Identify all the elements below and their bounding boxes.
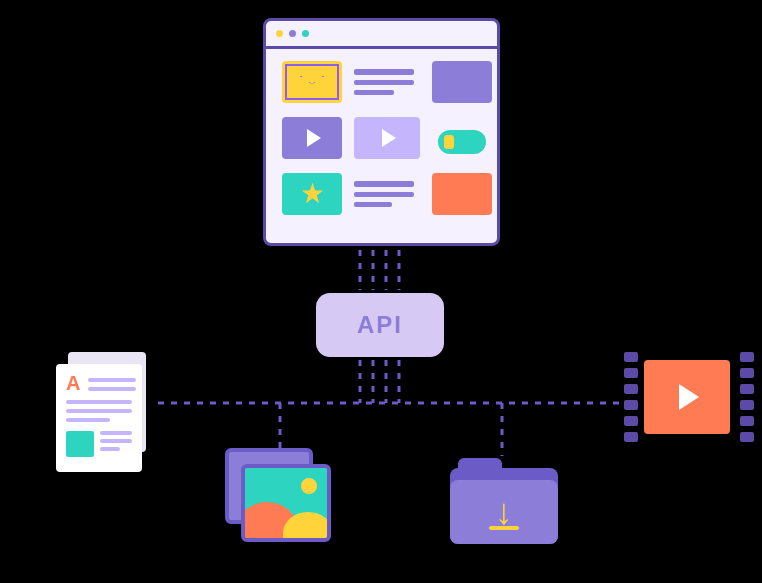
film-perforation-icon [624,350,638,444]
traffic-light-icon [302,30,309,37]
traffic-light-icon [276,30,283,37]
images-node [225,448,335,548]
text-lines-icon [354,61,420,103]
text-lines-icon [354,173,420,215]
image-stack-front [241,464,331,542]
download-icon: ↓ [489,494,519,530]
star-icon: ★ [282,173,342,215]
toggle-icon [438,130,486,154]
envelope-icon [282,61,342,103]
document-front-page: A [56,364,142,472]
folder-node: ↓ [450,458,558,544]
video-node [624,350,754,444]
traffic-light-icon [289,30,296,37]
mountain-icon [283,512,331,542]
document-letter: A [66,372,80,395]
video-icon [354,117,420,159]
api-hub: API [316,293,444,357]
block-icon [432,173,492,215]
document-node: A [56,352,156,472]
play-icon [679,384,699,410]
app-window: ★ [263,18,500,246]
video-icon [282,117,342,159]
block-icon [432,61,492,103]
inline-image-icon [66,431,94,457]
sun-icon [301,478,317,494]
window-titlebar [266,21,497,49]
api-label: API [357,311,403,339]
content-grid: ★ [266,49,497,227]
video-frame [644,360,730,434]
film-perforation-icon [740,350,754,444]
